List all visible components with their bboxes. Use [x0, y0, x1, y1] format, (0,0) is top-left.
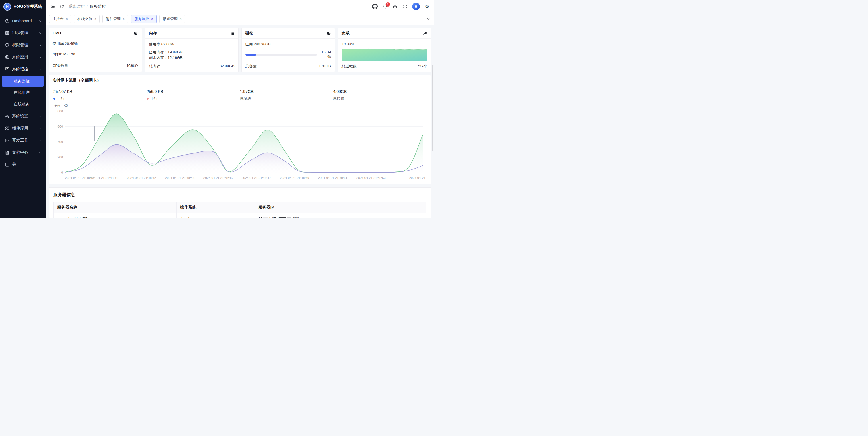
tab-console[interactable]: 主控台× — [49, 15, 71, 23]
svg-text:800: 800 — [58, 109, 63, 113]
col-server-name: 服务器名称 — [54, 202, 177, 213]
plugin-grid-icon — [5, 126, 9, 131]
cpu-chip-icon — [134, 31, 138, 35]
load-card-title: 负载 — [342, 31, 350, 36]
sidebar-item-system-apps[interactable]: 系统应用 — [0, 51, 46, 63]
tab-attachments[interactable]: 附件管理× — [102, 15, 128, 23]
content-area: CPU 使用率 20.49% Apple M2 Pro CPU数量 10核心 内… — [46, 25, 434, 218]
col-server-ip: 服务器IP — [255, 202, 426, 213]
close-icon[interactable]: × — [66, 17, 68, 21]
document-icon — [5, 150, 9, 155]
svg-text:0: 0 — [61, 171, 63, 174]
svg-text:200: 200 — [58, 156, 63, 159]
close-icon[interactable]: × — [123, 17, 125, 21]
sidebar-item-system-settings[interactable]: 系统设置 — [0, 110, 46, 122]
disk-used-text: 已用 280.36GB — [245, 42, 331, 47]
chevron-up-icon — [38, 67, 42, 71]
memory-footer-label: 总内存 — [149, 64, 160, 69]
traffic-stats-row: 257.07 KB 上行 256.9 KB 下行 1.97GB 总发送 4. — [54, 89, 426, 101]
sidebar-item-dev-tools[interactable]: 开发工具 — [0, 134, 46, 146]
settings-gear-icon[interactable]: ⚙ — [425, 4, 429, 9]
server-ip-cell: 191.27 / .238 — [255, 213, 426, 218]
notifications-bell-icon[interactable]: 1 — [382, 4, 388, 9]
topbar: 系统监控 / 服务监控 1 H ⚙ — [46, 0, 434, 13]
load-card: 负载 19.00% 总进程数 727个 — [338, 28, 431, 72]
sidebar-item-system-monitor[interactable]: 系统监控 — [0, 63, 46, 75]
sidebar-item-docs[interactable]: 文档中心 — [0, 146, 46, 159]
chevron-down-icon — [38, 43, 42, 47]
close-icon[interactable]: × — [180, 17, 182, 21]
svg-text:2024-04-21 21:4: 2024-04-21 21:4 — [409, 176, 426, 179]
breadcrumb-separator: / — [87, 4, 88, 9]
content-scrollbar-thumb[interactable] — [94, 126, 95, 141]
tab-online-recharge[interactable]: 在线充值× — [74, 15, 100, 23]
tab-service-monitor[interactable]: 服务监控× — [131, 15, 157, 23]
cpu-model-text: Apple M2 Pro — [53, 52, 138, 56]
notification-badge: 1 — [386, 2, 390, 7]
tab-options-chevron-icon[interactable] — [426, 16, 431, 21]
svg-text:2024-04-21 21:48:45: 2024-04-21 21:48:45 — [203, 176, 232, 179]
sidebar-item-permissions[interactable]: 权限管理 — [0, 39, 46, 51]
memory-used-text: 已用内存：19.84GB — [149, 49, 234, 55]
server-info-title: 服务器信息 — [54, 192, 426, 198]
server-info-card: 服务器信息 服务器名称 操作系统 服务器IP mengshuaideMBP — [49, 187, 431, 218]
svg-text:2024-04-21 21:48:53: 2024-04-21 21:48:53 — [356, 176, 386, 179]
shield-check-icon — [5, 43, 9, 47]
sidebar-item-organization[interactable]: 组织管理 — [0, 27, 46, 39]
user-avatar[interactable]: H — [412, 3, 420, 10]
grid-icon — [5, 31, 9, 35]
cpu-card-title: CPU — [53, 31, 61, 35]
table-header-row: 服务器名称 操作系统 服务器IP — [54, 202, 426, 213]
redaction-block — [263, 217, 269, 218]
svg-text:2024-04-21 21:48:43: 2024-04-21 21:48:43 — [165, 176, 194, 179]
close-icon[interactable]: × — [94, 17, 96, 21]
traffic-stat-upload: 257.07 KB 上行 — [54, 89, 147, 101]
tab-config[interactable]: 配置管理× — [159, 15, 185, 23]
cpu-card: CPU 使用率 20.49% Apple M2 Pro CPU数量 10核心 — [49, 28, 142, 72]
refresh-icon[interactable] — [60, 4, 64, 9]
app-logo[interactable]: H HotGo管理系统 — [0, 0, 46, 13]
sidebar-item-dashboard[interactable]: Dashboard — [0, 15, 46, 27]
sidebar: H HotGo管理系统 Dashboard 组织管理 权限管理 系统应用 — [0, 0, 46, 218]
traffic-card: 实时网卡流量（全部网卡） 257.07 KB 上行 256.9 KB 下行 — [49, 75, 431, 185]
server-name-cell: mengshuaideMBP — [54, 213, 177, 218]
chevron-down-icon — [38, 151, 42, 155]
sidebar-item-plugins[interactable]: 插件应用 — [0, 122, 46, 134]
main-column: 系统监控 / 服务监控 1 H ⚙ 主控台× 在线充值× 附件管理× 服务监控× — [46, 0, 434, 218]
network-traffic-area-chart: 02004006008002024-04-21 21:48:402024-04-… — [54, 108, 426, 182]
load-footer-label: 总进程数 — [342, 64, 357, 69]
chevron-down-icon — [38, 139, 42, 142]
system-monitor-submenu: 服务监控 在线用户 在线服务 — [0, 76, 46, 110]
memory-card: 内存 使用率 62.00% 已用内存：19.84GB 剩余内存：12.16GB … — [145, 28, 238, 72]
app-title: HotGo管理系统 — [13, 4, 42, 9]
load-sparkline-chart — [342, 48, 427, 61]
traffic-stat-total-received: 4.09GB 总接收 — [333, 89, 426, 101]
tabbar: 主控台× 在线充值× 附件管理× 服务监控× 配置管理× — [46, 13, 434, 25]
sidebar-item-about[interactable]: 关于 — [0, 159, 46, 171]
fullscreen-icon[interactable] — [402, 4, 407, 9]
disk-footer-value: 1.81TB — [319, 64, 331, 69]
memory-free-text: 剩余内存：12.16GB — [149, 55, 234, 60]
chart-unit-label: 单位：KB — [54, 103, 426, 108]
menu-fold-icon[interactable] — [50, 4, 55, 9]
app-root: H HotGo管理系统 Dashboard 组织管理 权限管理 系统应用 — [0, 0, 434, 218]
disk-percent-text: 15.09 % — [319, 50, 331, 59]
github-icon[interactable] — [372, 4, 378, 9]
trend-chart-icon — [423, 31, 427, 36]
close-icon[interactable]: × — [151, 17, 153, 21]
server-os-cell: darwin — [177, 213, 255, 218]
sidebar-subitem-online-services[interactable]: 在线服务 — [2, 99, 44, 110]
disk-card: 磁盘 已用 280.36GB 15.09 % 总容量 1.81TB — [242, 28, 335, 72]
lock-icon[interactable] — [393, 4, 398, 9]
svg-text:2024-04-21 21:48:41: 2024-04-21 21:48:41 — [89, 176, 118, 179]
disk-footer-label: 总容量 — [245, 64, 257, 69]
svg-text:600: 600 — [58, 125, 63, 128]
topbar-actions: 1 H ⚙ — [372, 3, 429, 10]
breadcrumb-section[interactable]: 系统监控 — [68, 4, 85, 9]
sidebar-subitem-online-users[interactable]: 在线用户 — [2, 87, 44, 98]
page-scrollbar-thumb[interactable] — [432, 65, 433, 151]
chevron-down-icon — [38, 114, 42, 118]
breadcrumb: 系统监控 / 服务监控 — [68, 4, 106, 9]
server-info-table: 服务器名称 操作系统 服务器IP mengshuaideMBP darwin 1… — [54, 202, 426, 218]
sidebar-subitem-service-monitor[interactable]: 服务监控 — [2, 76, 44, 87]
